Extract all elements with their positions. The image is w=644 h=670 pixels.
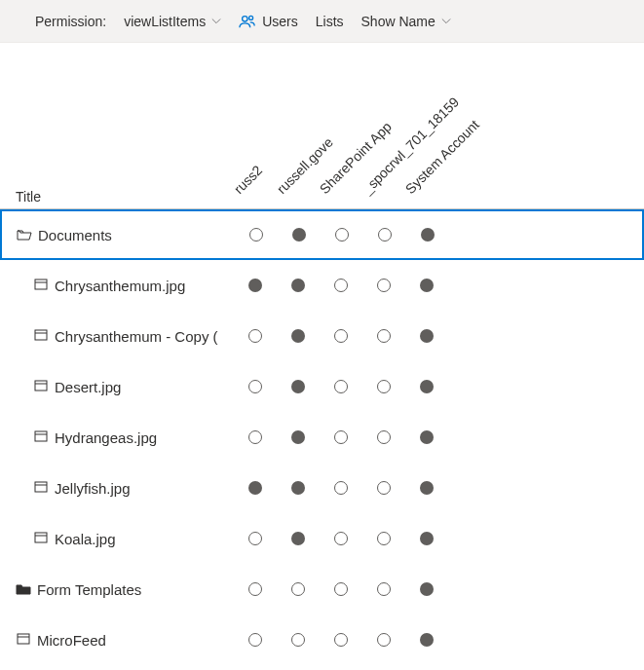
permission-dropdown[interactable]: viewListItems: [124, 14, 221, 29]
users-button[interactable]: Users: [239, 13, 298, 30]
permission-cell[interactable]: [362, 279, 405, 292]
permission-dot-empty-icon: [335, 228, 349, 242]
chevron-down-icon: [441, 17, 451, 26]
table-row[interactable]: Documents: [0, 209, 644, 260]
table-row[interactable]: Desert.jpg: [0, 361, 644, 412]
permission-dot-filled-icon: [420, 582, 434, 596]
permission-cell[interactable]: [277, 481, 320, 495]
permission-dot-empty-icon: [291, 633, 305, 647]
permission-cell[interactable]: [320, 279, 362, 292]
title-cell: Form Templates: [0, 581, 234, 598]
title-column-header[interactable]: Title: [0, 189, 234, 208]
user-column-header[interactable]: _spocrwl_701_18159: [362, 101, 405, 208]
permission-cell[interactable]: [405, 380, 448, 393]
showname-dropdown[interactable]: Show Name: [361, 14, 451, 29]
permission-dot-empty-icon: [377, 329, 391, 343]
permission-cell[interactable]: [320, 532, 362, 545]
permission-cell[interactable]: [320, 633, 362, 647]
permission-dot-filled-icon: [291, 532, 305, 545]
permission-cell[interactable]: [277, 532, 320, 545]
permission-label: Permission:: [19, 14, 106, 29]
permission-dot-filled-icon: [248, 481, 262, 495]
user-column-header[interactable]: SharePoint App: [320, 101, 362, 208]
permission-cell[interactable]: [234, 532, 277, 545]
permission-cell[interactable]: [320, 481, 362, 495]
permission-cell[interactable]: [405, 430, 448, 444]
permission-cell[interactable]: [234, 430, 277, 444]
table-row[interactable]: Hydrangeas.jpg: [0, 412, 644, 463]
permission-cell[interactable]: [320, 329, 362, 343]
permission-dot-empty-icon: [248, 430, 262, 444]
title-text: Documents: [38, 227, 112, 243]
user-column-header[interactable]: russ2: [234, 101, 277, 208]
folder-icon: [16, 582, 31, 596]
toolbar: Permission: viewListItems Users Lists Sh…: [0, 0, 644, 43]
table-row[interactable]: MicroFeed: [0, 614, 644, 665]
permission-cell[interactable]: [362, 532, 405, 545]
permission-cell[interactable]: [362, 582, 405, 596]
user-column-label: russ2: [231, 162, 266, 197]
table-row[interactable]: Chrysanthemum - Copy (: [0, 311, 644, 361]
permission-cell[interactable]: [277, 430, 320, 444]
permission-dot-filled-icon: [420, 481, 434, 495]
title-cell: Koala.jpg: [0, 531, 234, 547]
user-column-header[interactable]: System Account: [405, 101, 448, 208]
permission-cell[interactable]: [405, 481, 448, 495]
table-row[interactable]: Jellyfish.jpg: [0, 463, 644, 513]
table-row[interactable]: Chrysanthemum.jpg: [0, 260, 644, 311]
title-text: Chrysanthemum - Copy (: [55, 328, 218, 345]
permission-cell[interactable]: [406, 228, 449, 242]
permission-cell[interactable]: [405, 329, 448, 343]
user-column-header[interactable]: russell.gove: [277, 101, 320, 208]
title-cell: Documents: [1, 227, 235, 243]
showname-label: Show Name: [361, 14, 436, 29]
permission-dot-filled-icon: [291, 279, 305, 292]
permission-dot-empty-icon: [377, 582, 391, 596]
permission-cell[interactable]: [321, 228, 363, 242]
permission-cell[interactable]: [234, 481, 277, 495]
permission-cell[interactable]: [234, 279, 277, 292]
permission-dot-empty-icon: [334, 380, 348, 393]
permission-cell[interactable]: [362, 430, 405, 444]
permission-cell[interactable]: [234, 380, 277, 393]
permission-cell[interactable]: [277, 279, 320, 292]
grid-body: DocumentsChrysanthemum.jpgChrysanthemum …: [0, 208, 644, 665]
table-row[interactable]: Form Templates: [0, 564, 644, 614]
permission-cell[interactable]: [320, 380, 362, 393]
permission-dot-filled-icon: [420, 430, 434, 444]
title-text: Hydrangeas.jpg: [55, 429, 157, 446]
permission-cell[interactable]: [363, 228, 406, 242]
svg-rect-4: [35, 381, 47, 391]
permission-cell[interactable]: [405, 582, 448, 596]
table-row[interactable]: Koala.jpg: [0, 513, 644, 564]
permission-cell[interactable]: [277, 582, 320, 596]
permission-cell[interactable]: [277, 380, 320, 393]
permission-dot-empty-icon: [377, 633, 391, 647]
permission-cell[interactable]: [362, 329, 405, 343]
permission-dot-filled-icon: [291, 380, 305, 393]
permission-cell[interactable]: [362, 481, 405, 495]
permission-dot-empty-icon: [334, 633, 348, 647]
permission-cell[interactable]: [405, 279, 448, 292]
permission-cell[interactable]: [362, 633, 405, 647]
permission-cell[interactable]: [278, 228, 321, 242]
permission-dot-empty-icon: [377, 380, 391, 393]
permission-cell[interactable]: [234, 329, 277, 343]
permission-cell[interactable]: [234, 633, 277, 647]
permission-cell[interactable]: [405, 532, 448, 545]
permission-dot-filled-icon: [420, 532, 434, 545]
permission-cell[interactable]: [277, 329, 320, 343]
svg-point-0: [243, 16, 247, 20]
folder-open-icon: [17, 228, 32, 242]
permission-cell[interactable]: [320, 582, 362, 596]
lists-button[interactable]: Lists: [316, 14, 344, 29]
permission-cell[interactable]: [320, 430, 362, 444]
title-cell: MicroFeed: [0, 632, 234, 649]
permission-cell[interactable]: [277, 633, 320, 647]
permission-cell[interactable]: [362, 380, 405, 393]
permission-cell[interactable]: [405, 633, 448, 647]
permission-cell[interactable]: [235, 228, 278, 242]
permission-cell[interactable]: [234, 582, 277, 596]
permission-value: viewListItems: [124, 14, 206, 29]
permission-dot-empty-icon: [334, 279, 348, 292]
